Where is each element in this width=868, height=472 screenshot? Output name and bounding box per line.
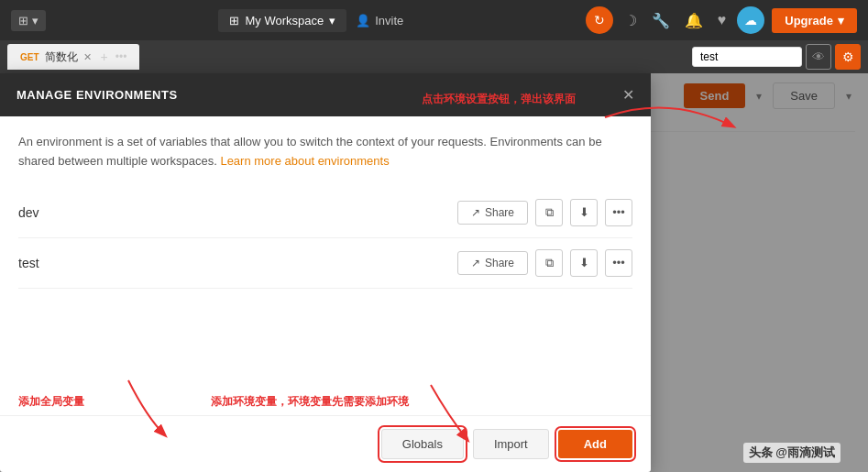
moon-icon: ☽ (621, 8, 641, 33)
download-test-button[interactable]: ⬇ (570, 249, 598, 277)
download-test-icon: ⬇ (579, 256, 589, 269)
tab-more-icon[interactable]: ••• (115, 50, 127, 63)
env-row-test: test ↗ Share ⧉ ⬇ ••• (18, 238, 632, 289)
modal-close-button[interactable]: ✕ (622, 86, 634, 104)
more-dev-button[interactable]: ••• (605, 199, 632, 226)
modal-overlay: MANAGE ENVIRONMENTS ✕ An environment is … (0, 73, 868, 472)
more-dev-icon: ••• (612, 205, 625, 219)
learn-more-link[interactable]: Learn more about environments (220, 154, 389, 168)
navbar-right: ↻ ☽ 🔧 🔔 ♥ ☁ Upgrade ▾ (586, 6, 857, 34)
environment-selector[interactable] (692, 47, 802, 67)
navbar: ⊞ ▾ ⊞ My Workspace ▾ 👤 Invite ↻ ☽ 🔧 🔔 ♥ … (0, 0, 868, 40)
upgrade-button[interactable]: Upgrade ▾ (772, 8, 857, 33)
eye-button[interactable]: 👁 (806, 44, 831, 70)
env-name-dev: dev (18, 205, 457, 220)
heart-icon: ♥ (714, 8, 731, 32)
globals-button[interactable]: Globals (381, 429, 464, 459)
duplicate-dev-button[interactable]: ⧉ (535, 199, 563, 226)
sync-icon-button[interactable]: ↻ (586, 6, 613, 34)
invite-label: Invite (375, 14, 403, 27)
main-area: Comments 0 Examples 0 Send ▾ Save ▾ Cook… (0, 73, 868, 472)
share-test-icon: ↗ (471, 257, 480, 269)
download-dev-icon: ⬇ (579, 205, 589, 219)
share-test-label: Share (485, 257, 514, 269)
user-avatar[interactable]: ☁ (737, 6, 764, 34)
tools-icon: 🔧 (648, 8, 674, 33)
share-dev-icon: ↗ (471, 206, 480, 219)
more-test-button[interactable]: ••• (605, 249, 632, 277)
active-tab[interactable]: GET 简数化 ✕ + ••• (7, 44, 139, 70)
modal-body: An environment is a set of variables tha… (0, 116, 651, 415)
workspace-button[interactable]: ⊞ My Workspace ▾ (218, 9, 346, 32)
bell-icon: 🔔 (681, 8, 707, 33)
tab-plus-icon[interactable]: + (101, 49, 108, 64)
env-actions-dev: ↗ Share ⧉ ⬇ ••• (457, 199, 632, 226)
upgrade-dropdown-icon: ▾ (838, 14, 844, 27)
modal-description: An environment is a set of variables tha… (18, 133, 632, 171)
copy-dev-icon: ⧉ (545, 205, 554, 220)
share-dev-button[interactable]: ↗ Share (457, 201, 528, 225)
tab-method: GET (20, 52, 39, 62)
share-test-button[interactable]: ↗ Share (457, 251, 528, 275)
modal-header: MANAGE ENVIRONMENTS ✕ (0, 73, 651, 116)
tab-close-icon[interactable]: ✕ (83, 51, 92, 63)
duplicate-test-button[interactable]: ⧉ (535, 249, 563, 277)
nav-dropdown-arrow: ▾ (32, 14, 38, 27)
home-icon: ⊞ (18, 14, 28, 27)
add-button[interactable]: Add (558, 430, 632, 458)
modal-title: MANAGE ENVIRONMENTS (16, 88, 178, 102)
more-test-icon: ••• (612, 256, 625, 269)
watermark: 头条 @雨滴测试 (743, 443, 841, 463)
env-actions-test: ↗ Share ⧉ ⬇ ••• (457, 249, 632, 277)
env-name-test: test (18, 256, 457, 270)
workspace-dropdown-icon: ▾ (329, 14, 335, 27)
nav-home-button[interactable]: ⊞ ▾ (11, 10, 46, 31)
navbar-center: ⊞ My Workspace ▾ 👤 Invite (53, 9, 578, 32)
env-row-dev: dev ↗ Share ⧉ ⬇ ••• (18, 188, 632, 238)
share-dev-label: Share (485, 206, 514, 219)
tab-name: 简数化 (45, 49, 78, 65)
import-button[interactable]: Import (473, 429, 549, 459)
manage-environments-modal: MANAGE ENVIRONMENTS ✕ An environment is … (0, 73, 651, 472)
upgrade-label: Upgrade (785, 14, 833, 27)
navbar-left: ⊞ ▾ (11, 10, 46, 31)
workspace-label: My Workspace (245, 14, 324, 27)
modal-footer: Globals Import Add (0, 415, 651, 472)
copy-test-icon: ⧉ (545, 256, 554, 270)
invite-icon: 👤 (356, 14, 370, 27)
gear-button[interactable]: ⚙ (835, 44, 861, 70)
tabbar: GET 简数化 ✕ + ••• 👁 ⚙ (0, 40, 868, 73)
invite-button[interactable]: 👤 Invite (346, 9, 412, 32)
download-dev-button[interactable]: ⬇ (570, 199, 598, 226)
workspace-grid-icon: ⊞ (229, 14, 239, 27)
